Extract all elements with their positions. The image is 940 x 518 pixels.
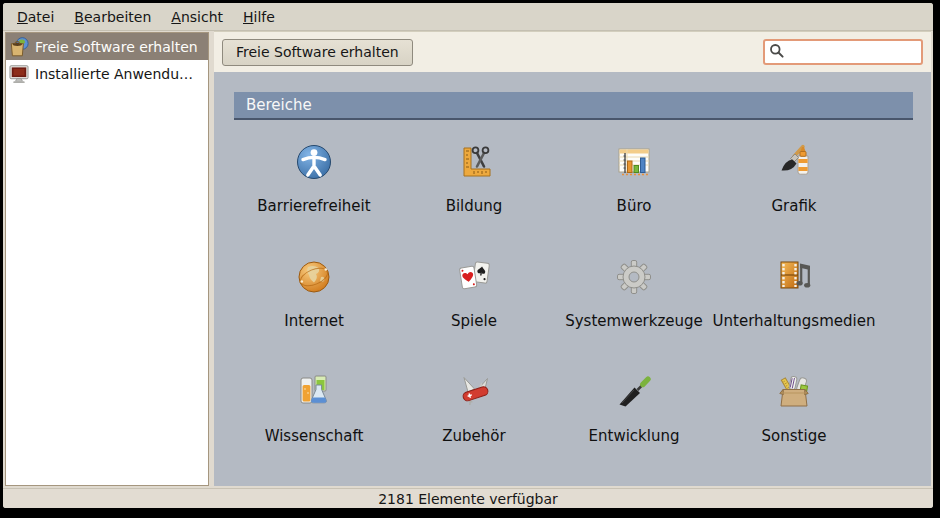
system-tools-icon: [614, 257, 654, 297]
category-buero[interactable]: Büro: [554, 142, 714, 215]
menu-datei[interactable]: Datei: [7, 5, 64, 29]
installed-applications-icon: [8, 63, 30, 85]
category-label: Entwicklung: [589, 427, 680, 445]
office-icon: [614, 142, 654, 182]
menu-hilfe[interactable]: Hilfe: [233, 5, 285, 29]
category-label: Systemwerkzeuge: [565, 312, 703, 330]
category-unterhaltungsmedien[interactable]: Unterhaltungsmedien: [714, 257, 874, 330]
accessibility-icon: [294, 142, 334, 182]
internet-icon: [294, 257, 334, 297]
development-icon: [614, 372, 654, 412]
category-barrierefreiheit[interactable]: Barrierefreiheit: [234, 142, 394, 215]
category-label: Internet: [284, 312, 344, 330]
sidebar-item-installed-applications[interactable]: Installierte Anwendu…: [6, 60, 208, 87]
category-grafik[interactable]: Grafik: [714, 142, 874, 215]
search-input[interactable]: [763, 39, 923, 65]
category-label: Wissenschaft: [265, 427, 364, 445]
sidebar-item-get-free-software[interactable]: Freie Software erhalten: [6, 33, 208, 60]
accessories-icon: [454, 372, 494, 412]
category-spiele[interactable]: Spiele: [394, 257, 554, 330]
category-grid: Barrierefreiheit: [234, 142, 931, 445]
category-sonstige[interactable]: Sonstige: [714, 372, 874, 445]
category-label: Büro: [617, 197, 652, 215]
menubar: Datei Bearbeiten Ansicht Hilfe: [3, 3, 933, 31]
category-label: Unterhaltungsmedien: [713, 312, 876, 330]
category-label: Spiele: [451, 312, 497, 330]
software-center-window: Datei Bearbeiten Ansicht Hilfe Freie Sof…: [3, 3, 933, 508]
category-label: Barrierefreiheit: [257, 197, 370, 215]
category-label: Zubehör: [442, 427, 505, 445]
category-label: Sonstige: [762, 427, 827, 445]
statusbar-text: 2181 Elemente verfügbar: [378, 491, 558, 507]
education-icon: [454, 142, 494, 182]
category-zubehoer[interactable]: Zubehör: [394, 372, 554, 445]
category-label: Grafik: [771, 197, 816, 215]
category-label: Bildung: [446, 197, 503, 215]
sidebar-item-label: Freie Software erhalten: [35, 39, 198, 55]
category-wissenschaft[interactable]: Wissenschaft: [234, 372, 394, 445]
science-icon: [294, 372, 334, 412]
media-icon: [774, 257, 814, 297]
main-pane: Freie Software erhalten Bereiche: [214, 31, 931, 486]
search-wrap: [763, 39, 923, 65]
games-icon: [454, 257, 494, 297]
category-bildung[interactable]: Bildung: [394, 142, 554, 215]
categories-view: Bereiche Barrierefreiheit: [214, 72, 931, 486]
window-body: Freie Software erhalten Installierte Anw…: [3, 31, 933, 488]
section-header-bereiche: Bereiche: [234, 92, 913, 120]
get-free-software-icon: [8, 36, 30, 58]
category-systemwerkzeuge[interactable]: Systemwerkzeuge: [554, 257, 714, 330]
statusbar: 2181 Elemente verfügbar: [3, 488, 933, 508]
toolbar: Freie Software erhalten: [214, 31, 931, 72]
breadcrumb-get-free-software-button[interactable]: Freie Software erhalten: [222, 39, 413, 66]
sidebar-item-label: Installierte Anwendu…: [35, 66, 193, 82]
sidebar: Freie Software erhalten Installierte Anw…: [5, 32, 209, 486]
menu-ansicht[interactable]: Ansicht: [161, 5, 233, 29]
other-icon: [774, 372, 814, 412]
graphics-icon: [774, 142, 814, 182]
category-internet[interactable]: Internet: [234, 257, 394, 330]
menu-bearbeiten[interactable]: Bearbeiten: [64, 5, 161, 29]
category-entwicklung[interactable]: Entwicklung: [554, 372, 714, 445]
